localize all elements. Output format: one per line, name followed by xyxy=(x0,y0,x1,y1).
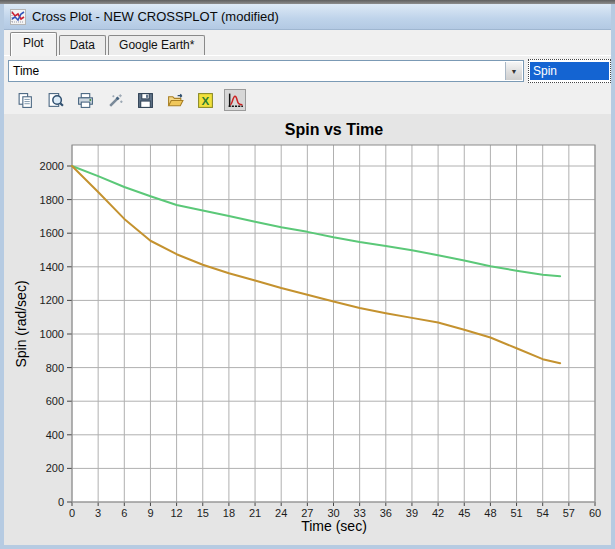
y-axis-listbox[interactable]: Spin xyxy=(528,59,611,83)
x-tick-label: 0 xyxy=(69,507,75,519)
x-tick-label: 15 xyxy=(197,507,209,519)
x-axis-combobox[interactable]: Time ▼ xyxy=(8,60,524,82)
x-axis-combobox-value: Time xyxy=(13,64,39,78)
x-tick-label: 36 xyxy=(380,507,392,519)
x-tick-label: 3 xyxy=(95,507,101,519)
y-tick-label: 1600 xyxy=(40,227,64,239)
toolbar: X xyxy=(4,86,611,114)
x-tick-label: 6 xyxy=(121,507,127,519)
crossplot-icon xyxy=(10,9,26,25)
x-tick-label: 51 xyxy=(510,507,522,519)
y-tick-label: 400 xyxy=(46,429,64,441)
title-bar[interactable]: Cross Plot - NEW CROSSPLOT (modified) xyxy=(4,4,611,30)
window-title: Cross Plot - NEW CROSSPLOT (modified) xyxy=(32,9,279,24)
wand-icon[interactable] xyxy=(104,89,126,111)
x-tick-label: 39 xyxy=(406,507,418,519)
tab-data[interactable]: Data xyxy=(59,35,106,55)
save-icon[interactable] xyxy=(134,89,156,111)
copy-icon[interactable] xyxy=(14,89,36,111)
combobox-dropdown-button[interactable]: ▼ xyxy=(505,62,522,80)
print-preview-icon[interactable] xyxy=(44,89,66,111)
tab-google-earth[interactable]: Google Earth* xyxy=(108,35,205,55)
y-tick-label: 1000 xyxy=(40,328,64,340)
axis-selector-row: Time ▼ Spin xyxy=(4,56,611,86)
tab-plot[interactable]: Plot xyxy=(10,32,57,56)
tab-bar: Plot Data Google Earth* xyxy=(4,30,611,56)
x-tick-label: 42 xyxy=(432,507,444,519)
x-tick-label: 21 xyxy=(249,507,261,519)
x-tick-label: 9 xyxy=(147,507,153,519)
x-tick-label: 12 xyxy=(170,507,182,519)
x-tick-label: 48 xyxy=(484,507,496,519)
x-tick-label: 24 xyxy=(275,507,287,519)
chart-title: Spin vs Time xyxy=(285,121,384,138)
y-tick-label: 1800 xyxy=(40,194,64,206)
svg-text:X: X xyxy=(201,93,209,106)
chevron-down-icon: ▼ xyxy=(511,68,518,75)
y-tick-label: 200 xyxy=(46,462,64,474)
x-tick-label: 60 xyxy=(589,507,601,519)
x-tick-label: 45 xyxy=(458,507,470,519)
x-tick-label: 57 xyxy=(563,507,575,519)
x-tick-label: 18 xyxy=(223,507,235,519)
x-tick-label: 54 xyxy=(537,507,549,519)
histogram-icon[interactable] xyxy=(224,89,246,111)
y-tick-label: 0 xyxy=(58,496,64,508)
y-axis-label: Spin (rad/sec) xyxy=(13,280,29,367)
y-tick-label: 600 xyxy=(46,395,64,407)
y-tick-label: 1400 xyxy=(40,261,64,273)
chart-svg: 0369121518212427303336394245485154576002… xyxy=(4,114,611,547)
print-icon[interactable] xyxy=(74,89,96,111)
cross-plot-window: Cross Plot - NEW CROSSPLOT (modified) Pl… xyxy=(0,4,615,549)
open-folder-icon[interactable] xyxy=(164,89,186,111)
chart-layer: 0369121518212427303336394245485154576002… xyxy=(40,145,602,519)
y-axis-selected-item[interactable]: Spin xyxy=(530,62,609,80)
chart-panel: 0369121518212427303336394245485154576002… xyxy=(4,114,611,545)
y-tick-label: 1200 xyxy=(40,294,64,306)
x-axis-label: Time (sec) xyxy=(301,518,367,534)
y-tick-label: 800 xyxy=(46,362,64,374)
excel-export-icon[interactable]: X xyxy=(194,89,216,111)
y-tick-label: 2000 xyxy=(40,160,64,172)
